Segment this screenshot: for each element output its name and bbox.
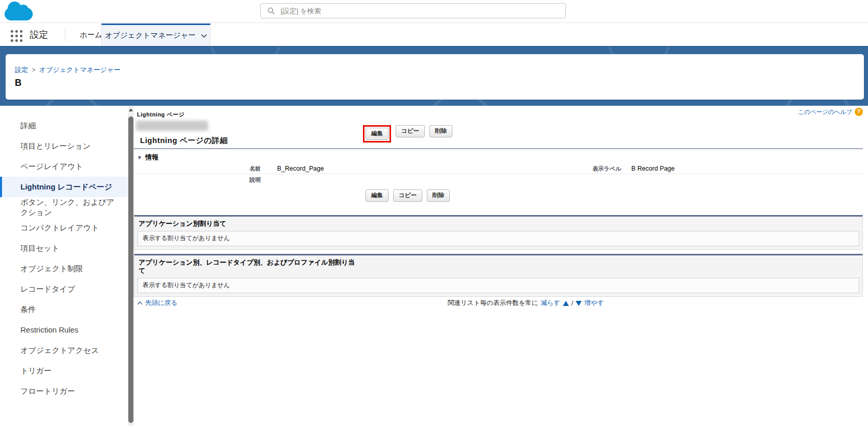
global-header: ?	[0, 0, 868, 23]
sidebar-item-label: レコードタイプ	[20, 284, 75, 294]
help-link[interactable]: このページのヘルプ	[798, 108, 852, 116]
field-value-display-label: B Record Page	[621, 163, 863, 174]
increase-link[interactable]: 増やす	[584, 299, 604, 307]
info-row-1: 名前 B_Record_Page 表示ラベル B Record Page	[134, 163, 863, 174]
setup-nav-bar: 設定 ホーム オブジェクトマネージャー	[0, 23, 868, 46]
sidebar-item-label: 項目セット	[20, 243, 59, 253]
detail-button-row-bottom: 編集 コピー 削除	[366, 190, 450, 202]
edit-button[interactable]: 編集	[366, 128, 389, 140]
sidebar-item-fields-relationships[interactable]: 項目とリレーション	[0, 136, 128, 156]
copy-button[interactable]: コピー	[396, 125, 425, 137]
sidebar-item-label: コンパクトレイアウト	[20, 223, 99, 233]
sidebar-item-object-limits[interactable]: オブジェクト制限	[0, 258, 128, 279]
sidebar-item-label: フロートリガー	[20, 386, 75, 396]
nav-divider	[65, 29, 65, 41]
copy-button-2[interactable]: コピー	[393, 190, 422, 202]
sidebar-item-label: Restriction Rules	[20, 325, 78, 335]
triangle-up-icon[interactable]	[563, 301, 569, 306]
sidebar-item-page-layouts[interactable]: ページレイアウト	[0, 156, 128, 177]
tab-object-manager[interactable]: オブジェクトマネージャー	[101, 23, 211, 46]
chevron-down-icon	[201, 34, 207, 38]
sidebar-item-triggers[interactable]: トリガー	[0, 361, 128, 381]
sidebar-item-criteria[interactable]: 条件	[0, 299, 128, 320]
page-title: B	[15, 78, 864, 88]
info-field-grid: 名前 B_Record_Page 表示ラベル B Record Page 説明	[134, 163, 863, 185]
related-list-label: 関連リスト毎の表示件数を常に	[448, 299, 538, 307]
sidebar-item-label: 条件	[20, 304, 36, 315]
section-empty-state: 表示する割り当てがありません	[138, 278, 859, 293]
object-manager-sidebar: 詳細 項目とリレーション ページレイアウト Lightning レコードページ …	[0, 106, 128, 426]
section-app-recordtype-profile-assignments: アプリケーション別、レコードタイプ別、およびプロファイル別割り当て 表示する割り…	[134, 254, 863, 297]
sidebar-item-label: 項目とリレーション	[20, 141, 90, 151]
field-label-display-label: 表示ラベル	[496, 163, 621, 174]
sidebar-item-label: Lightning レコードページ	[20, 182, 112, 192]
breadcrumb: 設定>オブジェクトマネージャー	[15, 65, 864, 75]
page-type-label: Lightning ページ	[137, 111, 185, 119]
back-to-top: 先頭に戻る	[137, 299, 177, 307]
sidebar-item-label: ボタン、リンク、およびアクション	[20, 197, 121, 218]
sidebar-item-restriction-rules[interactable]: Restriction Rules	[0, 320, 128, 340]
salesforce-setup-page: ?	[0, 0, 868, 426]
field-label-description: 説明	[134, 174, 261, 185]
sidebar-item-lightning-record-pages[interactable]: Lightning レコードページ	[0, 177, 128, 197]
sidebar-item-field-sets[interactable]: 項目セット	[0, 238, 128, 258]
sidebar-item-record-types[interactable]: レコードタイプ	[0, 279, 128, 299]
breadcrumb-link-object-manager[interactable]: オブジェクトマネージャー	[39, 66, 121, 74]
search-icon	[267, 7, 275, 15]
related-list-display-controls: 関連リスト毎の表示件数を常に 減らす / 増やす	[448, 299, 604, 307]
scrollbar-up-arrow[interactable]	[128, 106, 134, 114]
collapse-triangle-icon[interactable]: ▼	[137, 155, 142, 160]
caret-up-icon	[137, 301, 143, 305]
info-row-2: 説明	[134, 174, 863, 185]
delete-button-2[interactable]: 削除	[427, 190, 450, 202]
heading-divider	[134, 148, 863, 149]
decrease-link[interactable]: 減らす	[541, 299, 560, 307]
sidebar-item-object-access[interactable]: オブジェクトアクセス	[0, 340, 128, 361]
redacted-page-name	[136, 121, 208, 131]
section-empty-state: 表示する割り当てがありません	[138, 231, 859, 246]
triangle-down-icon[interactable]	[576, 301, 582, 306]
field-label-name: 名前	[134, 163, 261, 174]
breadcrumb-card: 設定>オブジェクトマネージャー B	[6, 54, 864, 100]
scrollbar-thumb[interactable]	[128, 116, 133, 423]
sidebar-item-label: 詳細	[20, 121, 36, 131]
field-value-name: B_Record_Page	[261, 163, 496, 174]
help-orange-icon[interactable]	[855, 108, 863, 116]
vertical-scrollbar[interactable]	[128, 106, 134, 426]
section-app-assignments: アプリケーション別割り当て 表示する割り当てがありません	[134, 215, 863, 250]
app-launcher-waffle-icon[interactable]	[9, 28, 24, 42]
search-input[interactable]	[281, 7, 565, 15]
lightning-page-detail-main: このページのヘルプ Lightning ページ Lightning ページの詳細…	[134, 106, 868, 426]
global-search	[260, 3, 566, 18]
back-to-top-link[interactable]: 先頭に戻る	[145, 299, 177, 307]
info-section-title: 情報	[145, 153, 158, 162]
page-help: このページのヘルプ	[798, 108, 863, 116]
sidebar-item-details[interactable]: 詳細	[0, 115, 128, 136]
field-value-description	[261, 174, 496, 185]
sidebar-item-label: トリガー	[20, 366, 52, 376]
sidebar-item-label: オブジェクト制限	[20, 264, 83, 274]
sidebar-item-flow-triggers[interactable]: フロートリガー	[0, 381, 128, 401]
setup-banner: 設定>オブジェクトマネージャー B	[0, 46, 868, 106]
sidebar-item-label: ページレイアウト	[20, 161, 83, 172]
detail-footer: 先頭に戻る 関連リスト毎の表示件数を常に 減らす / 増やす	[134, 299, 863, 309]
slash-separator: /	[572, 300, 573, 307]
sidebar-item-compact-layouts[interactable]: コンパクトレイアウト	[0, 218, 128, 238]
detail-heading: Lightning ページの詳細	[140, 136, 228, 146]
red-highlight-box: 編集	[363, 125, 391, 143]
detail-button-row-top: 編集 コピー 削除	[363, 125, 452, 143]
section-title: アプリケーション別、レコードタイプ別、およびプロファイル別割り当て	[134, 255, 862, 278]
sidebar-item-label: オブジェクトアクセス	[20, 345, 99, 356]
section-title: アプリケーション別割り当て	[134, 217, 862, 231]
breadcrumb-link-setup[interactable]: 設定	[15, 66, 28, 74]
edit-button-2[interactable]: 編集	[366, 190, 389, 202]
info-section-header: ▼ 情報	[137, 153, 158, 162]
setup-title: 設定	[30, 29, 48, 41]
breadcrumb-separator: >	[32, 66, 36, 74]
sidebar-item-buttons-links-actions[interactable]: ボタン、リンク、およびアクション	[0, 197, 128, 218]
salesforce-logo	[4, 1, 34, 21]
delete-button[interactable]: 削除	[429, 125, 452, 137]
